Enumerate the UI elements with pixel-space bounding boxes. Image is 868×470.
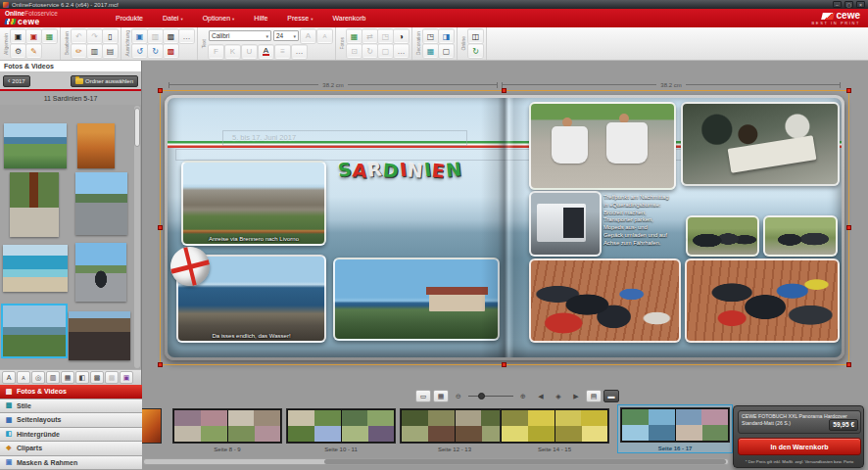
italic-button[interactable]: K [225,45,240,59]
settings-button[interactable]: ⚙ [11,44,25,58]
online-upload-button[interactable]: ◫ [468,29,483,43]
repair-button[interactable]: ✎ [26,44,41,58]
sidebar-item-cliparts[interactable]: ❖Cliparts [0,442,142,456]
scrollbar-thumb[interactable] [134,108,140,147]
copy-button[interactable]: ▥ [87,44,102,58]
photo-motorbikes-2[interactable] [763,215,838,257]
photo-coast-flag[interactable]: Da isses endlich, das Wasser! [176,255,326,343]
filmstrip-partial-spread[interactable] [142,408,162,444]
format-brush-button[interactable]: ✏ [72,44,86,58]
scrollbar-thumb[interactable] [324,459,726,464]
add-photo-button[interactable]: ▦ [347,29,362,43]
fotos-more-button[interactable]: … [394,44,409,58]
zoom-slider[interactable] [468,390,513,402]
bold-button[interactable]: F [209,45,223,59]
sort-az-button[interactable]: A [2,371,16,384]
photo-motorbikes-1[interactable] [686,215,759,257]
photo-thumbnail-coast-selected[interactable] [3,306,66,356]
font-grow-button[interactable]: A [301,29,315,43]
page-title-text[interactable]: S A R D I N I E N [338,159,461,180]
undo-button[interactable]: ↶ [72,29,86,43]
menu-hilfe[interactable]: Hilfe [254,15,267,22]
photo-thumbnail-beach[interactable] [3,245,68,292]
maximize-button[interactable]: ▢ [844,1,853,8]
zoom-out-button[interactable]: ⊖ [451,390,466,402]
photo-thumbnail-bottle[interactable] [10,172,59,237]
align-objects-button[interactable]: ▩ [164,29,178,43]
filmstrip-spread-8-9[interactable]: Seite 8 - 9 [172,408,282,452]
minimize-button[interactable]: – [833,1,842,8]
photo-browser-scrollbar[interactable] [134,106,140,368]
ausrichtung-more-button[interactable]: … [179,29,194,43]
photo-couple-eating[interactable] [529,102,676,190]
filmstrip-scrollbar[interactable] [143,458,729,465]
sidebar-item-stile[interactable]: ▩Stile [0,400,142,414]
deco-frame-button[interactable]: ◳ [423,29,438,43]
filmstrip-spread-14-15[interactable]: Seite 14 - 15 [500,408,609,452]
zoom-in-button[interactable]: ⊕ [515,390,531,402]
tile-view-button[interactable]: ◧ [75,371,89,384]
close-button[interactable]: × [856,1,865,8]
photo-thumbnail-coast[interactable] [4,123,67,168]
rotate-left-button[interactable]: ↺ [132,44,147,58]
add-to-cart-button[interactable]: In den Warenkorb [738,438,861,455]
small-grid-view-button[interactable]: ▦ [61,371,74,384]
resize-handle-top-left[interactable] [158,88,163,93]
flip-button[interactable]: ⇄ [362,29,377,43]
resize-handle-bottom-right[interactable] [846,362,851,367]
slider-knob[interactable] [478,393,485,400]
sort-za-button[interactable]: A [17,371,30,384]
save-as-button[interactable]: ▣ [26,29,41,43]
choose-folder-button[interactable]: Ordner auswählen [71,75,138,87]
photo-rotate-button[interactable]: ↻ [362,44,377,58]
menu-warenkorb[interactable]: Warenkorb [332,15,365,22]
used-photos-button[interactable]: ▣ [120,371,133,384]
photo-frame-button[interactable]: ◳ [378,29,393,43]
list-view-button[interactable]: ▥ [46,371,60,384]
font-shrink-button[interactable]: A [317,29,332,43]
export-image-button[interactable]: ▦ [42,29,57,43]
grid-view-button[interactable]: ▦ [433,390,449,402]
rotate-right-button[interactable]: ↻ [148,44,163,58]
fit-view-button[interactable]: ◈ [551,390,566,402]
sidebar-item-masken-rahmen[interactable]: ▣Masken & Rahmen [0,456,142,470]
spread-view-button[interactable]: ▬ [603,390,619,402]
photo-group-table[interactable] [681,102,840,186]
bring-forward-button[interactable]: ▥ [148,29,163,43]
resize-handle-bottom-left[interactable] [158,362,163,367]
photo-effects-button[interactable]: ◑ [394,29,409,43]
filmstrip-spread-10-11[interactable]: Seite 10 - 11 [286,408,396,452]
page-overview-button[interactable]: ▤ [586,390,602,402]
sidebar-item-fotos-videos[interactable]: ▤Fotos & Videos [0,385,142,400]
detail-view-button[interactable]: ▩ [90,371,104,384]
previous-page-button[interactable]: ◀ [533,390,549,402]
menu-produkte[interactable]: Produkte [116,15,143,22]
next-page-button[interactable]: ▶ [568,390,584,402]
disabled-view-button[interactable]: ▩ [105,371,119,384]
resize-handle-top-right[interactable] [846,88,851,93]
save-button[interactable]: ▣ [11,29,25,43]
filmstrip-spread-12-13[interactable]: Seite 12 - 13 [400,408,509,452]
sidebar-item-hintergruende[interactable]: ◧Hintergründe [0,428,142,443]
search-photos-button[interactable]: ◎ [31,371,45,384]
deco-clipart-button[interactable]: ▦ [423,44,438,58]
redo-button[interactable]: ↷ [87,29,102,43]
story-text[interactable]: Treffpunkt am Nachmittag in »Queradingsb… [603,194,694,255]
photobook-spread[interactable]: 5. bis 17. Juni 2017 S A R D I N I E N A… [165,95,844,360]
menu-datei[interactable]: Datei▾ [163,15,183,22]
distribute-button[interactable]: ▩ [164,44,178,58]
photo-thumbnail-mountain-road[interactable] [75,172,127,235]
photo-luggage-2[interactable] [685,258,840,343]
photo-thumbnail-shelter[interactable] [69,311,130,360]
single-page-view-button[interactable]: ▭ [415,390,431,402]
underline-button[interactable]: U [242,45,257,59]
photo-thumbnail-motorcyclist[interactable] [75,243,126,302]
resize-handle-middle-right[interactable] [846,225,851,230]
select-tool-button[interactable]: ▣ [132,29,147,43]
resize-handle-bottom-center[interactable] [502,362,506,367]
text-align-button[interactable]: ≡ [275,45,290,59]
photo-mask-button[interactable]: ▢ [378,44,393,58]
crop-button[interactable]: ⊡ [347,44,362,58]
text-more-button[interactable]: … [292,45,307,59]
deco-mask-button[interactable]: ▢ [439,44,454,58]
